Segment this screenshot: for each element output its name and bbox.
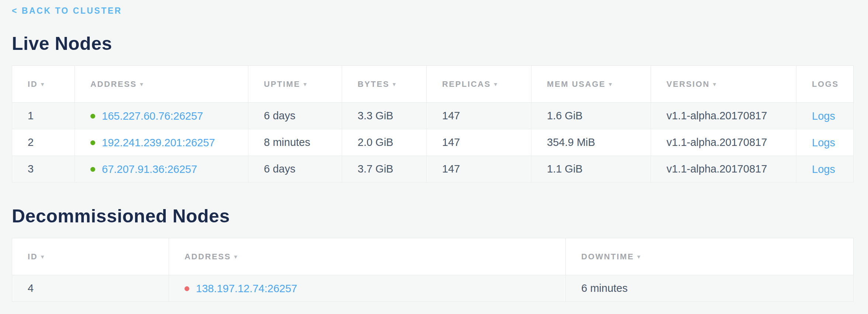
column-header-address[interactable]: ADDRESS▾ (75, 66, 248, 103)
node-logs-cell: Logs (796, 129, 854, 156)
column-header-mem-usage[interactable]: MEM USAGE▾ (531, 66, 651, 103)
column-header-address[interactable]: ADDRESS▾ (169, 238, 566, 275)
sort-arrow-icon: ▾ (393, 81, 396, 88)
node-id-cell: 1 (12, 103, 75, 129)
node-version-cell: v1.1-alpha.20170817 (651, 129, 796, 156)
node-bytes-cell: 3.3 GiB (342, 103, 427, 129)
column-label: MEM USAGE (547, 79, 606, 89)
node-version-cell: v1.1-alpha.20170817 (651, 156, 796, 182)
back-to-cluster-link[interactable]: < BACK TO CLUSTER (12, 6, 122, 16)
node-address-link[interactable]: 138.197.12.74:26257 (196, 283, 297, 294)
table-row: 3 67.207.91.36:26257 6 days 3.7 GiB 147 … (12, 156, 854, 182)
node-logs-cell: Logs (796, 103, 854, 129)
node-logs-link[interactable]: Logs (812, 110, 835, 122)
column-label: DOWNTIME (581, 252, 634, 261)
node-uptime-cell: 6 days (248, 103, 342, 129)
column-label: ADDRESS (90, 79, 137, 89)
live-status-dot-icon (90, 167, 95, 172)
node-id-cell: 2 (12, 129, 75, 156)
node-uptime-cell: 8 minutes (248, 129, 342, 156)
column-header-replicas[interactable]: REPLICAS▾ (427, 66, 531, 103)
column-label: VERSION (666, 79, 710, 89)
column-label: UPTIME (264, 79, 300, 89)
column-header-id[interactable]: ID▾ (12, 66, 75, 103)
table-row: 2 192.241.239.201:26257 8 minutes 2.0 Gi… (12, 129, 854, 156)
live-status-dot-icon (90, 140, 95, 145)
node-uptime-cell: 6 days (248, 156, 342, 182)
node-address-cell: 138.197.12.74:26257 (169, 275, 566, 302)
node-bytes-cell: 2.0 GiB (342, 129, 427, 156)
sort-arrow-icon: ▾ (234, 253, 238, 260)
node-address-cell: 165.227.60.76:26257 (75, 103, 248, 129)
table-row: 4 138.197.12.74:26257 6 minutes (12, 275, 854, 302)
column-label: REPLICAS (442, 79, 491, 89)
node-address-cell: 192.241.239.201:26257 (75, 129, 248, 156)
node-address-link[interactable]: 192.241.239.201:26257 (102, 137, 215, 149)
node-replicas-cell: 147 (427, 129, 531, 156)
decommissioned-nodes-header-row: ID▾ ADDRESS▾ DOWNTIME▾ (12, 238, 854, 275)
node-bytes-cell: 3.7 GiB (342, 156, 427, 182)
column-header-logs: LOGS (796, 66, 854, 103)
table-row: 1 165.227.60.76:26257 6 days 3.3 GiB 147… (12, 103, 854, 129)
column-header-downtime[interactable]: DOWNTIME▾ (566, 238, 854, 275)
column-label: ADDRESS (185, 252, 231, 261)
live-nodes-title: Live Nodes (12, 33, 856, 54)
decommissioned-status-dot-icon (185, 286, 189, 291)
live-status-dot-icon (90, 114, 95, 119)
column-header-version[interactable]: VERSION▾ (651, 66, 796, 103)
sort-arrow-icon: ▾ (41, 253, 45, 260)
node-logs-link[interactable]: Logs (812, 163, 835, 175)
sort-arrow-icon: ▾ (609, 81, 613, 88)
sort-arrow-icon: ▾ (713, 81, 717, 88)
node-mem-usage-cell: 354.9 MiB (531, 129, 651, 156)
node-mem-usage-cell: 1.6 GiB (531, 103, 651, 129)
node-logs-cell: Logs (796, 156, 854, 182)
node-id-cell: 3 (12, 156, 75, 182)
node-downtime-cell: 6 minutes (566, 275, 854, 302)
node-address-link[interactable]: 67.207.91.36:26257 (102, 163, 197, 175)
sort-arrow-icon: ▾ (140, 81, 144, 88)
column-label: ID (28, 252, 38, 261)
node-id-cell: 4 (12, 275, 169, 302)
live-nodes-table: ID▾ ADDRESS▾ UPTIME▾ BYTES▾ REPLICAS▾ ME… (12, 65, 854, 182)
column-header-uptime[interactable]: UPTIME▾ (248, 66, 342, 103)
column-label: LOGS (812, 79, 839, 89)
column-label: ID (28, 79, 38, 89)
column-label: BYTES (358, 79, 389, 89)
node-replicas-cell: 147 (427, 156, 531, 182)
column-header-bytes[interactable]: BYTES▾ (342, 66, 427, 103)
node-logs-link[interactable]: Logs (812, 137, 835, 149)
sort-arrow-icon: ▾ (637, 253, 641, 260)
sort-arrow-icon: ▾ (304, 81, 307, 88)
node-address-cell: 67.207.91.36:26257 (75, 156, 248, 182)
decommissioned-nodes-title: Decommissioned Nodes (12, 205, 856, 227)
sort-arrow-icon: ▾ (41, 81, 45, 88)
nodes-page: < BACK TO CLUSTER Live Nodes ID▾ ADDRESS… (0, 0, 868, 302)
sort-arrow-icon: ▾ (494, 81, 498, 88)
column-header-id[interactable]: ID▾ (12, 238, 169, 275)
node-mem-usage-cell: 1.1 GiB (531, 156, 651, 182)
node-replicas-cell: 147 (427, 103, 531, 129)
node-address-link[interactable]: 165.227.60.76:26257 (102, 110, 203, 122)
node-version-cell: v1.1-alpha.20170817 (651, 103, 796, 129)
live-nodes-header-row: ID▾ ADDRESS▾ UPTIME▾ BYTES▾ REPLICAS▾ ME… (12, 66, 854, 103)
decommissioned-nodes-table: ID▾ ADDRESS▾ DOWNTIME▾ 4 138.197.12.74:2… (12, 238, 854, 302)
